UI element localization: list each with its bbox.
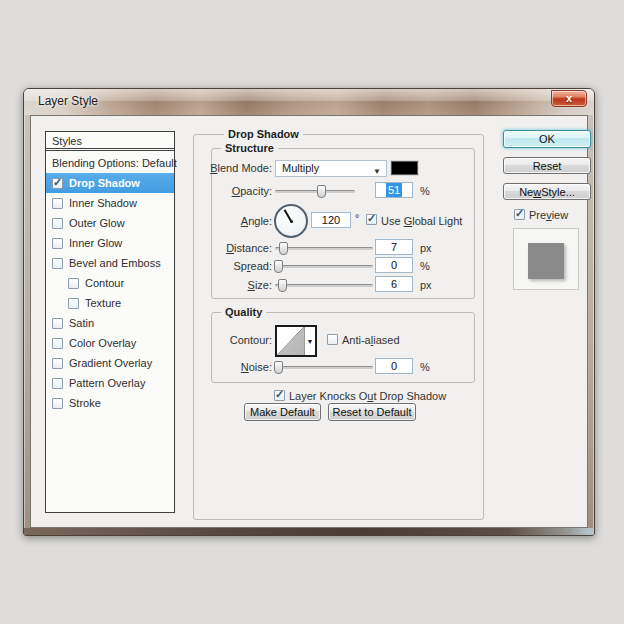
style-item-checkbox[interactable] [52, 398, 63, 409]
distance-label: Distance: [226, 241, 272, 255]
style-item-label: Color Overlay [69, 337, 136, 349]
noise-input[interactable]: 0 [375, 358, 413, 374]
style-list-item[interactable]: Satin [46, 313, 174, 333]
anti-aliased-checkbox[interactable] [327, 334, 338, 345]
close-icon[interactable]: x [551, 90, 587, 107]
styles-panel: Styles Blending Options: Default Drop Sh… [45, 131, 175, 513]
style-list-item[interactable]: Bevel and Emboss [46, 253, 174, 273]
preview-layer-thumbnail [528, 243, 564, 279]
style-item-checkbox[interactable] [52, 198, 63, 209]
dialog-title: Layer Style [38, 94, 98, 108]
style-list-item[interactable]: Color Overlay [46, 333, 174, 353]
dialog-titlebar[interactable]: Layer Style x [24, 89, 594, 115]
style-list-item[interactable]: Stroke [46, 393, 174, 413]
style-list-item[interactable]: Inner Glow [46, 233, 174, 253]
distance-input[interactable]: 7 [375, 239, 413, 255]
opacity-unit: % [420, 184, 430, 198]
structure-groupbox: Structure Blend Mode: Multiply ▼ Opacity… [211, 148, 475, 299]
use-global-light-label: Use Global Light [381, 214, 462, 228]
style-item-checkbox[interactable] [68, 278, 79, 289]
style-list-item[interactable]: Gradient Overlay [46, 353, 174, 373]
style-item-label: Texture [85, 297, 121, 309]
style-list-item[interactable]: Outer Glow [46, 213, 174, 233]
use-global-light-checkbox[interactable] [366, 214, 377, 225]
preview-box [513, 228, 579, 290]
style-item-checkbox[interactable] [52, 318, 63, 329]
angle-needle [284, 209, 292, 221]
style-list-item[interactable]: Inner Shadow [46, 193, 174, 213]
noise-slider-thumb[interactable] [274, 361, 283, 374]
structure-title: Structure [221, 141, 278, 155]
distance-slider-thumb[interactable] [279, 242, 288, 255]
style-item-checkbox[interactable] [52, 178, 63, 189]
chevron-down-icon: ▼ [373, 164, 381, 179]
shadow-color-swatch[interactable] [391, 161, 418, 175]
blend-mode-label: Blend Mode: [210, 161, 272, 175]
style-item-label: Inner Glow [69, 237, 122, 249]
size-value: 6 [391, 277, 397, 291]
reset-to-default-button[interactable]: Reset to Default [328, 403, 416, 421]
chevron-down-icon[interactable]: ▼ [304, 327, 315, 355]
style-item-checkbox[interactable] [52, 238, 63, 249]
opacity-slider[interactable] [275, 190, 355, 193]
noise-unit: % [420, 360, 430, 374]
spread-value: 0 [391, 258, 397, 272]
style-list-item[interactable]: Pattern Overlay [46, 373, 174, 393]
opacity-value: 51 [386, 183, 402, 197]
style-item-checkbox[interactable] [52, 358, 63, 369]
layer-knocks-out-label: Layer Knocks Out Drop Shadow [289, 389, 446, 403]
spread-slider[interactable] [275, 265, 373, 268]
noise-value: 0 [391, 359, 397, 373]
reset-button[interactable]: Reset [503, 157, 591, 174]
style-item-label: Contour [85, 277, 124, 289]
style-list-item[interactable]: Drop Shadow [46, 173, 174, 193]
style-list-item[interactable]: Contour [46, 273, 174, 293]
opacity-label: Opacity: [232, 184, 272, 198]
contour-picker[interactable]: ▼ [275, 325, 317, 357]
style-item-checkbox[interactable] [52, 338, 63, 349]
size-slider-thumb[interactable] [278, 279, 287, 292]
noise-label: Noise: [241, 360, 272, 374]
style-list-item[interactable]: Texture [46, 293, 174, 313]
opacity-input[interactable]: 51 [375, 182, 413, 198]
distance-slider[interactable] [275, 247, 373, 250]
style-item-label: Drop Shadow [69, 177, 140, 189]
dialog-content: Styles Blending Options: Default Drop Sh… [30, 115, 588, 528]
style-item-checkbox[interactable] [68, 298, 79, 309]
style-item-checkbox[interactable] [52, 378, 63, 389]
make-default-button[interactable]: Make Default [244, 403, 321, 421]
style-list-item[interactable]: Blending Options: Default [46, 153, 174, 173]
blend-mode-select[interactable]: Multiply ▼ [275, 160, 387, 177]
size-slider[interactable] [275, 284, 373, 287]
new-style-button[interactable]: New Style... [503, 183, 591, 200]
spread-unit: % [420, 259, 430, 273]
style-item-checkbox[interactable] [52, 218, 63, 229]
styles-header: Styles [46, 132, 174, 151]
style-item-checkbox[interactable] [52, 258, 63, 269]
quality-title: Quality [221, 305, 266, 319]
style-item-label: Inner Shadow [69, 197, 137, 209]
spread-label: Spread: [233, 259, 272, 273]
layer-knocks-out-checkbox[interactable] [274, 390, 285, 401]
anti-aliased-label: Anti-aliased [342, 333, 400, 347]
drop-shadow-panel: Drop Shadow Structure Blend Mode: Multip… [193, 134, 484, 520]
preview-checkbox[interactable] [514, 209, 525, 220]
spread-input[interactable]: 0 [375, 257, 413, 273]
size-input[interactable]: 6 [375, 276, 413, 292]
panel-title: Drop Shadow [224, 127, 303, 141]
angle-input[interactable]: 120 [311, 212, 351, 228]
distance-unit: px [420, 241, 432, 255]
spread-slider-thumb[interactable] [274, 260, 283, 273]
ok-button[interactable]: OK [503, 130, 591, 148]
noise-slider[interactable] [275, 366, 373, 369]
style-item-label: Outer Glow [69, 217, 125, 229]
style-item-label: Bevel and Emboss [69, 257, 161, 269]
opacity-slider-thumb[interactable] [317, 185, 326, 198]
layer-style-dialog: Layer Style x Styles Blending Options: D… [23, 88, 595, 536]
angle-dial[interactable] [274, 204, 308, 238]
style-item-label: Gradient Overlay [69, 357, 152, 369]
quality-groupbox: Quality Contour: ▼ Anti-aliased Noise: 0… [211, 312, 475, 383]
styles-list: Blending Options: Default Drop Shadow In… [46, 151, 174, 413]
contour-thumbnail[interactable] [277, 327, 304, 355]
size-label: Size: [248, 278, 272, 292]
